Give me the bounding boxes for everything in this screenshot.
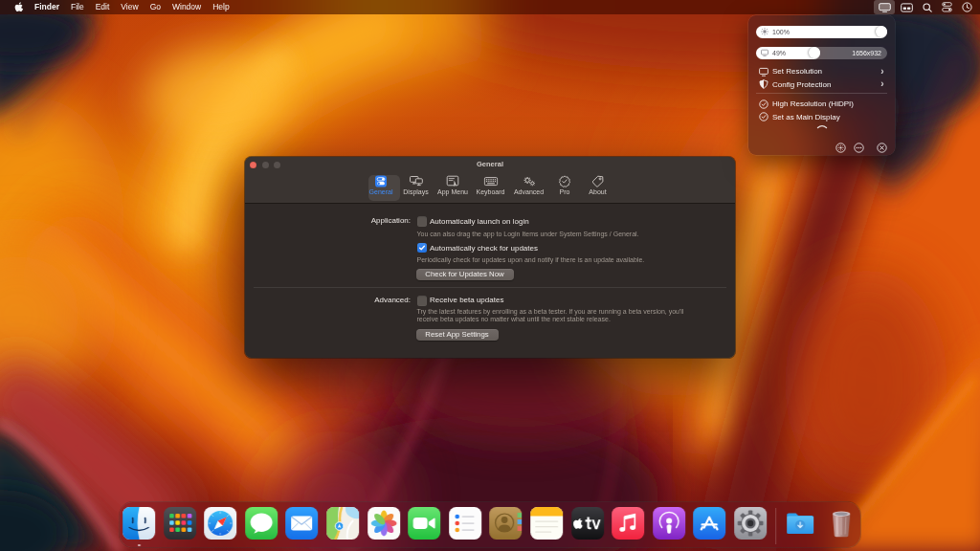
- checkbox-label: Automatically launch on login: [430, 216, 529, 227]
- reset-app-settings-button[interactable]: Reset App Settings: [416, 329, 499, 341]
- dock-icon-messages[interactable]: [245, 507, 278, 540]
- scale-resolution: 1656x932: [852, 47, 881, 59]
- notes-app-icon: [530, 507, 563, 540]
- running-indicator: [138, 544, 141, 547]
- menu-item-config-protection[interactable]: Config Protection ›: [756, 78, 887, 91]
- dock-icon-mail[interactable]: [286, 507, 319, 540]
- checkbox-launch-on-login[interactable]: [417, 216, 428, 227]
- window-content: Application: Automatically launch on log…: [245, 205, 735, 358]
- caption-launch-on-login: You can also drag the app to Login Items…: [417, 231, 639, 238]
- photos-app-icon: [368, 507, 400, 540]
- checkbox-beta-updates[interactable]: [417, 296, 428, 306]
- downloads-app-icon: [784, 507, 816, 540]
- check-for-updates-button[interactable]: Check for Updates Now: [416, 269, 514, 280]
- status-mirroring-icon[interactable]: [896, 0, 917, 14]
- tab-about[interactable]: About: [569, 174, 627, 202]
- menu-item-high-resolution[interactable]: High Resolution (HiDPI): [756, 98, 887, 110]
- chevron-right-icon: ›: [880, 65, 883, 77]
- dock-icon-maps[interactable]: [326, 507, 359, 540]
- dock-icon-launchpad[interactable]: [164, 507, 196, 540]
- mail-app-icon: [286, 507, 319, 540]
- brightness-knob[interactable]: [876, 26, 887, 37]
- dock-icon-tv[interactable]: [571, 507, 604, 540]
- dock-icon-finder[interactable]: [122, 507, 155, 540]
- dock-icon-reminders[interactable]: [449, 507, 481, 540]
- messages-app-icon: [245, 507, 278, 540]
- checkbox-check-for-updates[interactable]: [417, 243, 428, 253]
- search-icon[interactable]: [918, 0, 936, 14]
- popover-separator: [756, 93, 887, 94]
- scale-value: 49%: [772, 47, 786, 59]
- displays-tab-icon: [409, 175, 423, 187]
- menu-bar: Finder File Edit View Go Window Help: [0, 0, 980, 14]
- tab-label: About: [569, 188, 627, 195]
- dock-icon-trash[interactable]: [825, 507, 858, 540]
- settings-button[interactable]: [835, 140, 846, 157]
- dock-icon-facetime[interactable]: [408, 507, 440, 540]
- dock-icon-safari[interactable]: [204, 507, 236, 540]
- menu-item-help[interactable]: Help: [212, 0, 229, 14]
- apple-menu-icon[interactable]: [9, 2, 28, 12]
- high-resolution-label: High Resolution (HiDPI): [772, 98, 854, 110]
- contacts-app-icon: [490, 507, 523, 540]
- menu-item-go[interactable]: Go: [150, 0, 161, 14]
- control-center-icon[interactable]: [937, 0, 956, 14]
- menu-item-file[interactable]: File: [71, 0, 84, 14]
- brightness-value: 100%: [772, 26, 790, 38]
- menu-item-window[interactable]: Window: [172, 0, 201, 14]
- set-resolution-label: Set Resolution: [772, 65, 822, 77]
- display-glyph: [879, 3, 891, 12]
- keyboard-tab-icon: [483, 175, 498, 187]
- menu-item-edit[interactable]: Edit: [96, 0, 110, 14]
- dock-icon-system-settings[interactable]: [734, 507, 767, 540]
- search-glyph: [923, 3, 932, 12]
- brightness-slider[interactable]: 100%: [756, 26, 887, 38]
- settings-window: General General: [245, 157, 735, 358]
- gear-icon: [835, 143, 846, 153]
- maps-app-icon: [326, 507, 359, 540]
- display-icon: [759, 67, 768, 77]
- mirroring-glyph: [901, 3, 913, 12]
- dock-icon-photos[interactable]: [368, 507, 400, 540]
- dock-icon-downloads[interactable]: [784, 507, 816, 540]
- menu-item-view[interactable]: View: [121, 0, 138, 14]
- advanced-tab-icon: [522, 175, 536, 187]
- clock-glyph: [962, 2, 972, 12]
- about-tab-icon: [591, 175, 604, 187]
- dock-icon-music[interactable]: [612, 507, 644, 540]
- config-protection-label: Config Protection: [772, 78, 831, 91]
- clock-icon[interactable]: [957, 0, 976, 14]
- tv-app-icon: [571, 507, 604, 540]
- system-settings-app-icon: [734, 507, 767, 540]
- checkbox-label: Automatically check for updates: [430, 243, 538, 253]
- desktop: Finder File Edit View Go Window Help: [0, 0, 980, 551]
- caption-check-for-updates: Periodically check for updates upon and …: [417, 256, 645, 264]
- menu-item-set-resolution[interactable]: Set Resolution ›: [756, 65, 887, 77]
- collapse-button[interactable]: [748, 123, 895, 129]
- general-tab-icon: [375, 175, 388, 187]
- menu-item-finder[interactable]: Finder: [34, 0, 59, 14]
- dock-icon-contacts[interactable]: [490, 507, 523, 540]
- shield-icon: [759, 79, 768, 89]
- display-popover: 100% 49% 1656x932 Set Resolution ›: [748, 15, 895, 155]
- display-small-icon: [761, 49, 768, 56]
- scale-knob[interactable]: [809, 47, 820, 58]
- caption-beta-updates: Try the latest features by enrolling as …: [417, 308, 701, 324]
- scale-slider[interactable]: 49% 1656x932: [756, 47, 887, 59]
- dock-icon-notes[interactable]: [530, 507, 563, 540]
- checkbox-label: Receive beta updates: [430, 295, 503, 305]
- dock-separator: [775, 508, 776, 544]
- close-button[interactable]: [877, 140, 887, 157]
- dock-icon-podcasts[interactable]: [653, 507, 685, 540]
- check-circle-icon: [759, 99, 768, 109]
- check-circle-icon: [759, 112, 768, 121]
- menu-item-set-main-display[interactable]: Set as Main Display: [756, 111, 887, 123]
- dock-icon-app-store[interactable]: [693, 507, 725, 540]
- status-display-icon[interactable]: [874, 0, 895, 14]
- music-app-icon: [612, 507, 644, 540]
- chevron-right-icon: ›: [880, 77, 883, 90]
- more-button[interactable]: [854, 140, 864, 157]
- chevron-up-icon: [816, 123, 828, 129]
- window-titlebar[interactable]: General General: [245, 157, 735, 204]
- window-title: General: [245, 160, 735, 169]
